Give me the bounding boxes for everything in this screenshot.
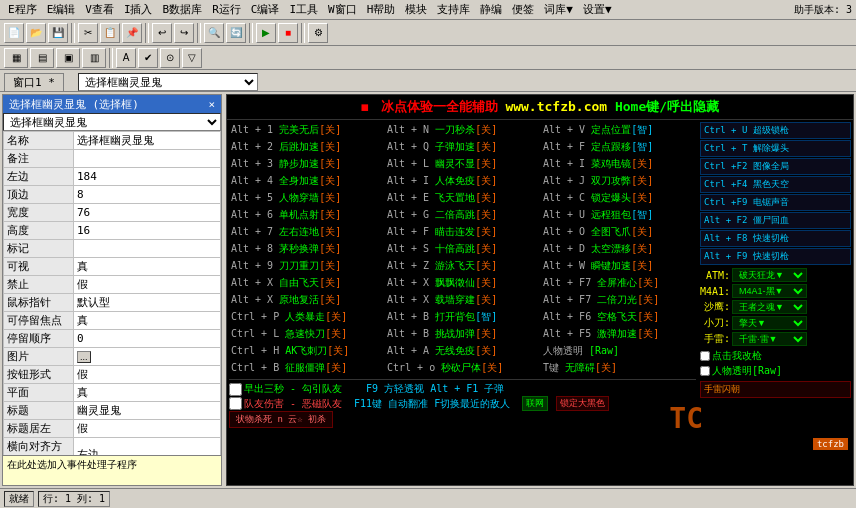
open-button[interactable]: 📂 <box>26 23 46 43</box>
prop-value-cell: 76 <box>74 204 221 222</box>
toolbar2-btn1[interactable]: ▦ <box>4 48 28 68</box>
key-item: Ctrl + o 秒砍尸体[关] <box>385 360 540 376</box>
right-shortcut-button[interactable]: Ctrl +F4 黑色天空 <box>700 176 851 193</box>
menu-window[interactable]: W窗口 <box>324 1 361 18</box>
sand-select[interactable]: 王者之魂▼ <box>732 300 807 314</box>
early-spawn-check[interactable]: 早出三秒 - 勾引队友 <box>229 382 342 396</box>
menu-support[interactable]: 支持库 <box>433 1 474 18</box>
replace-button[interactable]: 🔄 <box>226 23 246 43</box>
key-item: Alt + L 幽灵不显[关] <box>385 156 540 172</box>
key-item: Ctrl + H AK飞刺刀[关] <box>229 343 384 359</box>
menu-compile[interactable]: C编译 <box>247 1 284 18</box>
menu-settings[interactable]: 设置▼ <box>579 1 616 18</box>
paste-button[interactable]: 📌 <box>122 23 142 43</box>
new-button[interactable]: 📄 <box>4 23 24 43</box>
key-item: Alt + 2 后跳加速[关] <box>229 139 384 155</box>
prop-name-cell: 宽度 <box>4 204 74 222</box>
panel-close-icon[interactable]: × <box>208 98 215 111</box>
key-item: Alt + D 太空漂移[关] <box>541 241 696 257</box>
team-damage-check[interactable]: 队友伤害 - 恶磁队友 <box>229 397 342 411</box>
prop-value-cell: 假 <box>74 420 221 438</box>
prop-value-cell[interactable]: ... <box>74 348 221 366</box>
toolbar2-btn2[interactable]: ▤ <box>30 48 54 68</box>
property-row: 顶边8 <box>4 186 221 204</box>
prop-name-cell: 横向对齐方式 <box>4 438 74 456</box>
window-tab-1[interactable]: 窗口1 * <box>4 73 64 91</box>
right-shortcut-button[interactable]: Alt + F9 快速切枪 <box>700 248 851 265</box>
menu-static[interactable]: 静编 <box>476 1 506 18</box>
game-content-area: Alt + 1 完美无后[关]Alt + N 一刀秒杀[关]Alt + V 定点… <box>227 120 853 482</box>
knife-row: 小刀: 擎天▼ <box>700 316 851 330</box>
knife-select[interactable]: 擎天▼ <box>732 316 807 330</box>
toolbar2-btn8[interactable]: ▽ <box>182 48 202 68</box>
toolbar2-btn6[interactable]: ✔ <box>138 48 158 68</box>
right-shortcut-button[interactable]: Ctrl + T 解除爆头 <box>700 140 851 157</box>
menu-module[interactable]: 模块 <box>401 1 431 18</box>
key-item: Alt + 1 完美无后[关] <box>229 122 384 138</box>
menu-dict[interactable]: 词库▼ <box>540 1 577 18</box>
right-shortcut-button[interactable]: Alt + F8 快速切枪 <box>700 230 851 247</box>
status-bar: 就绪 行: 1 列: 1 <box>0 488 856 508</box>
prop-value-cell: 16 <box>74 222 221 240</box>
redo-button[interactable]: ↪ <box>174 23 194 43</box>
copy-button[interactable]: 📋 <box>100 23 120 43</box>
property-row: 高度16 <box>4 222 221 240</box>
key-item: Alt + N 一刀秒杀[关] <box>385 122 540 138</box>
stop-button[interactable]: ■ <box>278 23 298 43</box>
cut-button[interactable]: ✂ <box>78 23 98 43</box>
property-row: 鼠标指针默认型 <box>4 294 221 312</box>
game-header-url: www.tcfzb.com <box>505 99 607 114</box>
right-shortcut-button[interactable]: Ctrl +F2 图像全局 <box>700 158 851 175</box>
key-item: Alt + O 全图飞爪[关] <box>541 224 696 240</box>
prop-name-cell: 禁止 <box>4 276 74 294</box>
m4a1-select[interactable]: M4A1-黑▼ <box>732 284 807 298</box>
bottom-row-2: 队友伤害 - 恶磁队友 F11键 自动翻准 F切换最近的敌人 联网 锁定大黑色 <box>229 396 696 411</box>
run-button[interactable]: ▶ <box>256 23 276 43</box>
key-item: Alt + X 飘飘徵仙[关] <box>385 275 540 291</box>
menu-database[interactable]: B数据库 <box>159 1 207 18</box>
image-browse-button[interactable]: ... <box>77 351 91 363</box>
key-item: Alt + F5 激弹加速[关] <box>541 326 696 342</box>
find-button[interactable]: 🔍 <box>204 23 224 43</box>
key-item: Alt + V 定点位置[智] <box>541 122 696 138</box>
separator-4 <box>249 23 253 43</box>
atm-select[interactable]: 破天狂龙▼ <box>732 268 807 282</box>
key-item: Alt + E 飞天置地[关] <box>385 190 540 206</box>
menu-insert[interactable]: I插入 <box>120 1 157 18</box>
panel-title: 选择框幽灵显鬼 (选择框) <box>9 97 139 112</box>
property-table: 名称选择框幽灵显鬼备注左边184顶边8宽度76高度16标记可视真禁止假鼠标指针默… <box>3 131 221 455</box>
menu-program[interactable]: E程序 <box>4 1 41 18</box>
menu-run[interactable]: R运行 <box>208 1 245 18</box>
save-button[interactable]: 💾 <box>48 23 68 43</box>
game-header-suffix: Home键/呼出隐藏 <box>615 99 719 114</box>
toolbar2-btn7[interactable]: ⊙ <box>160 48 180 68</box>
menu-help[interactable]: H帮助 <box>363 1 400 18</box>
hand-select[interactable]: 千雷·雷▼ <box>732 332 807 346</box>
menu-edit[interactable]: E编辑 <box>43 1 80 18</box>
toolbar2-btn3[interactable]: ▣ <box>56 48 80 68</box>
right-shortcut-button[interactable]: Ctrl +F9 电锯声音 <box>700 194 851 211</box>
undo-button[interactable]: ↩ <box>152 23 172 43</box>
toolbar2-btn4[interactable]: ▥ <box>82 48 106 68</box>
build-button[interactable]: ⚙ <box>308 23 328 43</box>
component-dropdown[interactable]: 选择框幽灵显鬼 <box>3 113 221 131</box>
component-select[interactable]: 选择框幽灵显鬼 <box>78 73 258 91</box>
prop-name-cell: 可视 <box>4 258 74 276</box>
change-gun-check[interactable]: 点击我改枪 <box>700 349 851 363</box>
key-item: Alt + I 人体免疫[关] <box>385 173 540 189</box>
version-label: 助手版本: 3 <box>794 3 852 17</box>
right-shortcut-button[interactable]: Alt + F2 僵尸回血 <box>700 212 851 229</box>
key-item: Alt + J 双刀攻弊[关] <box>541 173 696 189</box>
key-item: Alt + F6 空格飞天[关] <box>541 309 696 325</box>
transparent-check[interactable]: 人物透明[Raw] <box>700 364 851 378</box>
key-item: Alt + F 瞄击连发[关] <box>385 224 540 240</box>
right-shortcut-button[interactable]: Ctrl + U 超级锁枪 <box>700 122 851 139</box>
toolbar2-btn5[interactable]: A <box>116 48 136 68</box>
menu-tools[interactable]: I工具 <box>285 1 322 18</box>
menu-note[interactable]: 便签 <box>508 1 538 18</box>
m4a1-row: M4A1: M4A1-黑▼ <box>700 284 851 298</box>
separator-3 <box>197 23 201 43</box>
property-row: 平面真 <box>4 384 221 402</box>
menu-view[interactable]: V查看 <box>81 1 118 18</box>
key-item: Alt + F7 二倍刀光[关] <box>541 292 696 308</box>
